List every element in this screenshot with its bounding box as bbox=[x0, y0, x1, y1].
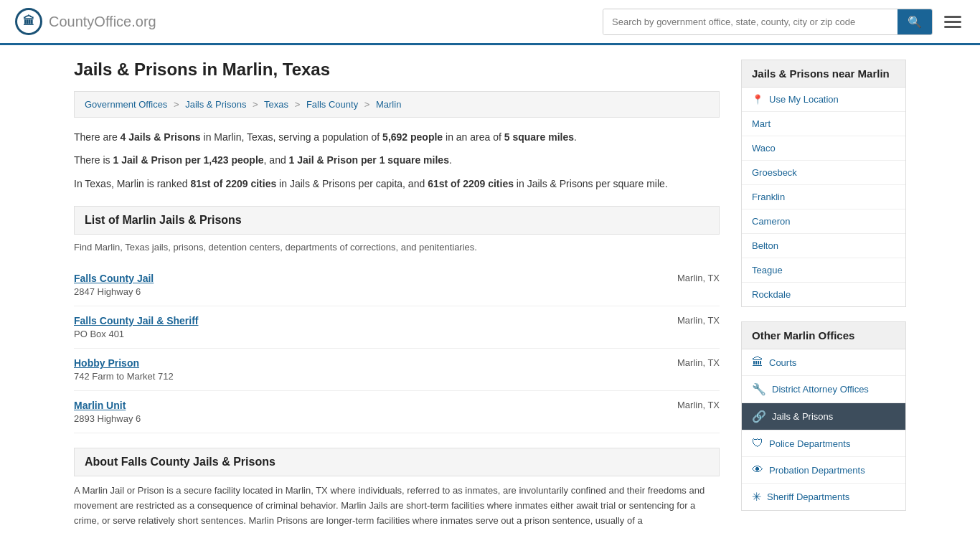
info-paragraph-2: There is 1 Jail & Prison per 1,423 peopl… bbox=[74, 152, 720, 168]
info-end2: . bbox=[449, 154, 452, 166]
table-row: Marlin Unit 2893 Highway 6 Marlin, TX bbox=[74, 391, 720, 433]
sidebar-sheriff-departments[interactable]: ✳ Sheriff Departments bbox=[742, 484, 905, 510]
table-row: Falls County Jail & Sheriff PO Box 401 M… bbox=[74, 306, 720, 349]
search-input[interactable] bbox=[603, 9, 897, 34]
header-right: 🔍 bbox=[603, 9, 966, 35]
sidebar-offices-list: 🏛 Courts 🔧 District Attorney Offices 🔗 J… bbox=[742, 349, 905, 510]
sidebar-use-my-location[interactable]: 📍 Use My Location bbox=[742, 88, 905, 111]
breadcrumb-gov-offices[interactable]: Government Offices bbox=[85, 99, 167, 110]
info-per-sq: 1 Jail & Prison per 1 square miles bbox=[289, 154, 449, 166]
breadcrumb-sep3: > bbox=[295, 99, 301, 110]
info-population: 5,692 people bbox=[382, 131, 443, 143]
sidebar-nearby-label-7: Teague bbox=[752, 265, 783, 276]
sidebar-probation-departments[interactable]: 👁 Probation Departments bbox=[742, 457, 905, 483]
jail-name-2[interactable]: Falls County Jail & Sheriff bbox=[74, 315, 198, 326]
jail-city-2: Marlin, TX bbox=[677, 315, 720, 326]
list-item: Groesbeck bbox=[742, 161, 905, 185]
sidebar-nearby-list: 📍 Use My Location Mart Waco Groesbeck bbox=[741, 88, 906, 307]
list-item: 🛡 Police Departments bbox=[742, 430, 905, 457]
sidebar-nearby-label-3: Groesbeck bbox=[752, 167, 797, 178]
info-mid3: in Jails & Prisons per capita, and bbox=[276, 178, 428, 189]
courts-icon: 🏛 bbox=[752, 356, 763, 369]
search-button[interactable]: 🔍 bbox=[897, 9, 932, 34]
list-section-header: List of Marlin Jails & Prisons bbox=[74, 206, 720, 235]
breadcrumb-marlin[interactable]: Marlin bbox=[376, 99, 401, 110]
sidebar-da-label: District Attorney Offices bbox=[772, 384, 869, 395]
jail-name-4[interactable]: Marlin Unit bbox=[74, 400, 141, 411]
breadcrumb-sep2: > bbox=[253, 99, 258, 110]
list-item: Waco bbox=[742, 136, 905, 161]
jail-city-1: Marlin, TX bbox=[677, 273, 720, 283]
jail-info-4: Marlin Unit 2893 Highway 6 bbox=[74, 400, 141, 424]
jails-icon: 🔗 bbox=[752, 410, 766, 423]
hamburger-menu[interactable] bbox=[940, 11, 966, 32]
sidebar-nearby-rockdale[interactable]: Rockdale bbox=[742, 283, 905, 306]
jail-info-1: Falls County Jail 2847 Highway 6 bbox=[74, 273, 154, 297]
sidebar-nearby-franklin[interactable]: Franklin bbox=[742, 185, 905, 209]
sidebar-jails-prisons[interactable]: 🔗 Jails & Prisons bbox=[742, 403, 905, 430]
list-item: 👁 Probation Departments bbox=[742, 457, 905, 484]
jail-city-3: Marlin, TX bbox=[677, 357, 720, 368]
svg-text:🏛: 🏛 bbox=[23, 14, 34, 27]
sidebar-courts[interactable]: 🏛 Courts bbox=[742, 349, 905, 375]
list-item: 🏛 Courts bbox=[742, 349, 905, 376]
sidebar-nearby-teague[interactable]: Teague bbox=[742, 258, 905, 282]
location-icon: 📍 bbox=[752, 94, 763, 105]
about-text: A Marlin Jail or Prison is a secure faci… bbox=[74, 484, 720, 528]
site-header: 🏛 CountyOffice.org 🔍 bbox=[0, 0, 980, 45]
table-row: Hobby Prison 742 Farm to Market 712 Marl… bbox=[74, 349, 720, 391]
sidebar-nearby-cameron[interactable]: Cameron bbox=[742, 209, 905, 233]
info-rank1: 81st of 2209 cities bbox=[190, 178, 276, 189]
info-rank2: 61st of 2209 cities bbox=[428, 178, 514, 189]
sidebar-nearby-label-6: Belton bbox=[752, 240, 778, 251]
sidebar: Jails & Prisons near Marlin 📍 Use My Loc… bbox=[741, 60, 906, 529]
breadcrumb-texas[interactable]: Texas bbox=[264, 99, 288, 110]
sidebar-police-departments[interactable]: 🛡 Police Departments bbox=[742, 430, 905, 456]
list-item: 🔗 Jails & Prisons bbox=[742, 403, 905, 430]
list-description: Find Marlin, Texas jails, prisons, deten… bbox=[74, 242, 720, 253]
list-item: 🔧 District Attorney Offices bbox=[742, 376, 905, 403]
jail-address-2: PO Box 401 bbox=[74, 329, 198, 339]
sidebar-police-label: Police Departments bbox=[769, 438, 850, 449]
info-mid2: , and bbox=[264, 154, 289, 166]
jail-name-1[interactable]: Falls County Jail bbox=[74, 273, 154, 284]
jail-city-4: Marlin, TX bbox=[677, 400, 720, 410]
sidebar-nearby-title: Jails & Prisons near Marlin bbox=[741, 60, 906, 88]
hamburger-line2 bbox=[944, 21, 961, 23]
breadcrumb-sep1: > bbox=[174, 99, 179, 110]
info-count: 4 Jails & Prisons bbox=[121, 131, 201, 143]
list-item: Rockdale bbox=[742, 283, 905, 306]
sidebar-nearby-label-1: Mart bbox=[752, 118, 771, 129]
content-area: Jails & Prisons in Marlin, Texas Governm… bbox=[74, 60, 720, 529]
hamburger-line1 bbox=[944, 16, 961, 18]
info-pre3: In Texas, Marlin is ranked bbox=[74, 178, 190, 189]
hamburger-line3 bbox=[944, 26, 961, 28]
logo-icon: 🏛 bbox=[14, 7, 43, 36]
jail-address-1: 2847 Highway 6 bbox=[74, 286, 154, 297]
jail-address-4: 2893 Highway 6 bbox=[74, 413, 141, 424]
sidebar-sheriff-label: Sheriff Departments bbox=[767, 491, 849, 502]
info-pre2: There is bbox=[74, 154, 113, 166]
sidebar-nearby-waco[interactable]: Waco bbox=[742, 136, 905, 160]
sidebar-da-offices[interactable]: 🔧 District Attorney Offices bbox=[742, 376, 905, 402]
breadcrumb-falls-county[interactable]: Falls County bbox=[306, 99, 358, 110]
info-area: 5 square miles bbox=[504, 131, 574, 143]
list-item: Mart bbox=[742, 112, 905, 136]
breadcrumb-sep4: > bbox=[364, 99, 370, 110]
sidebar-nearby-mart[interactable]: Mart bbox=[742, 112, 905, 136]
info-pre1: There are bbox=[74, 131, 121, 143]
sidebar-nearby-label-0: Use My Location bbox=[769, 94, 839, 105]
search-bar: 🔍 bbox=[603, 9, 933, 35]
info-end3: in Jails & Prisons per square mile. bbox=[514, 178, 668, 189]
table-row: Falls County Jail 2847 Highway 6 Marlin,… bbox=[74, 264, 720, 306]
sidebar-nearby-belton[interactable]: Belton bbox=[742, 234, 905, 258]
jail-info-3: Hobby Prison 742 Farm to Market 712 bbox=[74, 357, 174, 382]
breadcrumb-jails-prisons[interactable]: Jails & Prisons bbox=[185, 99, 246, 110]
main-container: Jails & Prisons in Marlin, Texas Governm… bbox=[60, 45, 920, 543]
sidebar-nearby-label-4: Franklin bbox=[752, 192, 785, 202]
sidebar-nearby-groesbeck[interactable]: Groesbeck bbox=[742, 161, 905, 184]
sidebar-nearby-label-2: Waco bbox=[752, 143, 776, 154]
sidebar-other-offices: 🏛 Courts 🔧 District Attorney Offices 🔗 J… bbox=[741, 349, 906, 511]
jail-info-2: Falls County Jail & Sheriff PO Box 401 bbox=[74, 315, 198, 339]
jail-name-3[interactable]: Hobby Prison bbox=[74, 357, 174, 369]
